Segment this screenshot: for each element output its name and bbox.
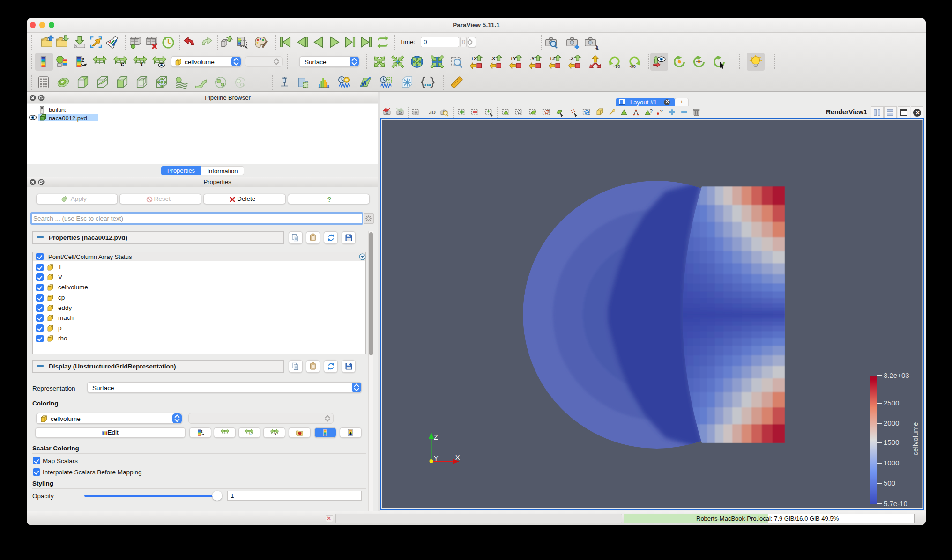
svg-text:-Z: -Z [569,56,574,61]
svg-text:5.7e-10: 5.7e-10 [884,500,907,508]
svg-text:c: c [121,61,124,67]
svg-text:+X: +X [471,56,477,61]
svg-text:Y: Y [434,455,439,462]
svg-text:2: 2 [201,429,203,434]
svg-text:e: e [349,430,351,435]
svg-text:-90: -90 [629,64,636,69]
svg-text:2: 2 [81,56,84,63]
svg-text:?: ? [327,196,332,203]
svg-text:+90: +90 [613,64,620,69]
svg-text:2500: 2500 [884,399,899,407]
svg-text:t: t [275,432,276,436]
svg-text:Z: Z [434,434,438,441]
svg-text:500: 500 [884,479,895,487]
svg-text:?: ? [660,108,663,114]
svg-text:-Y: -Y [530,56,535,61]
svg-text:c: c [250,432,252,436]
svg-text:+Z: +Z [550,56,555,61]
svg-text:2000: 2000 [884,419,899,427]
svg-text:1500: 1500 [884,438,899,446]
svg-text:+Y: +Y [510,56,516,61]
svg-text:-X: -X [491,56,495,61]
svg-text:?: ? [650,108,653,114]
svg-text:3.2e+03: 3.2e+03 [884,371,909,379]
svg-text:3D: 3D [429,109,436,115]
svg-text:X: X [455,454,460,461]
svg-text:cellvolume: cellvolume [911,422,919,456]
svg-text:1000: 1000 [884,459,899,467]
